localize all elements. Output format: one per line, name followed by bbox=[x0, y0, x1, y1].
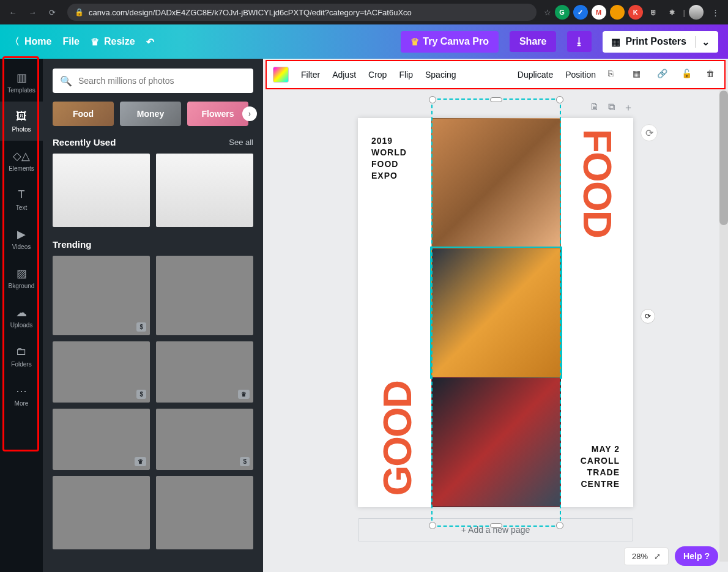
duplicate-page-icon[interactable]: ⧉ bbox=[608, 102, 615, 114]
fullscreen-icon[interactable]: ⤢ bbox=[654, 552, 661, 561]
poster-text-food[interactable]: FOOD bbox=[574, 129, 620, 237]
rail-photos[interactable]: 🖼Photos bbox=[0, 102, 43, 141]
chip-next-button[interactable]: › bbox=[242, 106, 257, 121]
link-icon[interactable]: 🔗 bbox=[657, 69, 669, 81]
chip-food[interactable]: Food bbox=[53, 102, 114, 126]
resize-handle[interactable] bbox=[556, 522, 563, 529]
url-bar[interactable]: 🔒 canva.com/design/DADxE4ZGC8E/k7OJvl-jB… bbox=[67, 4, 537, 21]
poster-text-bottom-right[interactable]: MAY 2 CAROLL TRADE CENTRE bbox=[581, 444, 620, 490]
resize-handle[interactable] bbox=[429, 522, 436, 529]
notes-icon[interactable]: 🗎 bbox=[590, 102, 600, 114]
profile-avatar[interactable] bbox=[689, 5, 704, 20]
url-text: canva.com/design/DADxE4ZGC8E/k7OJvl-jBWI… bbox=[89, 8, 412, 17]
folders-icon: 🗀 bbox=[15, 345, 28, 358]
help-button[interactable]: Help ? bbox=[675, 546, 718, 566]
chevron-down-icon[interactable]: ⌄ bbox=[695, 36, 710, 48]
sync-icon[interactable]: ⟳ bbox=[641, 124, 658, 141]
ext-k-icon[interactable]: K bbox=[628, 5, 643, 20]
home-label: Home bbox=[24, 36, 51, 47]
reload-button[interactable]: ⟳ bbox=[44, 4, 60, 20]
transparency-icon[interactable]: ▦ bbox=[633, 69, 645, 81]
photo-search[interactable]: 🔍 bbox=[53, 69, 253, 93]
star-icon[interactable]: ☆ bbox=[544, 8, 551, 17]
spacing-button[interactable]: Spacing bbox=[425, 70, 456, 80]
filter-button[interactable]: Filter bbox=[301, 70, 320, 80]
poster-text-top-left[interactable]: 2019 WORLD FOOD EXPO bbox=[371, 135, 407, 182]
rail-text[interactable]: TText bbox=[0, 180, 43, 219]
rail-uploads[interactable]: ☁Uploads bbox=[0, 297, 43, 336]
add-page-icon[interactable]: ＋ bbox=[623, 102, 633, 114]
resize-handle[interactable] bbox=[490, 523, 502, 528]
trending-thumb[interactable] bbox=[53, 476, 150, 549]
rail-elements[interactable]: ◇△Elements bbox=[0, 141, 43, 180]
rail-folders[interactable]: 🗀Folders bbox=[0, 336, 43, 376]
browser-menu-icon[interactable]: ⋮ bbox=[707, 4, 723, 20]
ext-orange-icon[interactable] bbox=[610, 5, 625, 20]
stage[interactable]: 🗎 ⧉ ＋ 2019 WORLD FOOD EXPO bbox=[263, 89, 728, 572]
trending-thumb[interactable]: ♛ bbox=[156, 341, 253, 403]
rail-background[interactable]: ▨Bkground bbox=[0, 258, 43, 297]
see-all-link[interactable]: See all bbox=[229, 138, 253, 147]
trending-thumb[interactable]: ♛ bbox=[53, 409, 150, 470]
download-icon: ⭳ bbox=[574, 36, 584, 47]
print-icon: ▦ bbox=[611, 36, 620, 48]
ext-gmail-icon[interactable]: M bbox=[592, 5, 606, 20]
photos-icon: 🖼 bbox=[15, 110, 28, 124]
ext-hub-icon[interactable]: ✱ bbox=[665, 5, 680, 20]
recent-thumb[interactable] bbox=[156, 154, 253, 227]
resize-handle[interactable] bbox=[429, 96, 436, 103]
flip-button[interactable]: Flip bbox=[399, 70, 413, 80]
resize-handle[interactable] bbox=[490, 97, 502, 102]
forward-button[interactable]: → bbox=[24, 4, 40, 20]
ext-grammarly-icon[interactable]: G bbox=[555, 5, 570, 20]
trash-icon[interactable]: 🗑 bbox=[706, 69, 718, 81]
trending-thumb[interactable]: $ bbox=[53, 256, 150, 335]
paid-badge: $ bbox=[240, 457, 250, 466]
scroll-thumb[interactable] bbox=[719, 91, 728, 225]
rotate-handle[interactable]: ⟳ bbox=[641, 309, 655, 324]
poster-text-good[interactable]: GOOD bbox=[375, 381, 420, 496]
undo-button[interactable]: ↶ bbox=[146, 36, 154, 48]
zoom-control[interactable]: 28% ⤢ bbox=[624, 548, 669, 565]
share-button[interactable]: Share bbox=[510, 31, 556, 52]
color-swatch[interactable] bbox=[273, 67, 289, 83]
position-button[interactable]: Position bbox=[565, 70, 596, 80]
copy-style-icon[interactable]: ⎘ bbox=[608, 69, 620, 81]
crop-button[interactable]: Crop bbox=[368, 70, 387, 80]
back-button[interactable]: ← bbox=[5, 4, 21, 20]
recent-thumb[interactable] bbox=[53, 154, 150, 227]
rail-more[interactable]: ⋯More bbox=[0, 376, 43, 415]
download-button[interactable]: ⭳ bbox=[567, 31, 592, 52]
crown-icon: ♛ bbox=[91, 36, 99, 48]
trending-thumb[interactable] bbox=[156, 256, 253, 335]
trending-thumb[interactable]: $ bbox=[53, 341, 150, 403]
adjust-button[interactable]: Adjust bbox=[332, 70, 356, 80]
rail-templates[interactable]: ▥Templates bbox=[0, 62, 43, 102]
rail-videos[interactable]: ▶Videos bbox=[0, 219, 43, 258]
chip-money[interactable]: Money bbox=[120, 102, 181, 126]
trending-grid: $ $ ♛ ♛ $ bbox=[53, 256, 253, 549]
duplicate-button[interactable]: Duplicate bbox=[518, 70, 553, 80]
selection-box[interactable] bbox=[431, 98, 561, 527]
templates-icon: ▥ bbox=[15, 71, 28, 84]
ext-shield-icon[interactable]: ⛨ bbox=[647, 5, 661, 20]
side-rail: ▥Templates 🖼Photos ◇△Elements TText ▶Vid… bbox=[0, 59, 43, 572]
chip-flowers[interactable]: Flowers bbox=[187, 102, 248, 126]
trending-thumb[interactable] bbox=[156, 476, 253, 549]
trending-thumb[interactable]: $ bbox=[156, 409, 253, 470]
ext-check-icon[interactable]: ✓ bbox=[573, 5, 588, 20]
lock-icon[interactable]: 🔓 bbox=[682, 69, 694, 81]
resize-menu[interactable]: ♛ Resize bbox=[91, 36, 135, 48]
chevron-left-icon: 〈 bbox=[10, 35, 20, 48]
help-icon: ? bbox=[704, 551, 710, 561]
home-button[interactable]: 〈 Home bbox=[10, 35, 51, 48]
search-input[interactable] bbox=[78, 76, 246, 86]
vertical-scrollbar[interactable] bbox=[719, 91, 728, 562]
paid-badge: $ bbox=[136, 390, 146, 399]
file-menu[interactable]: File bbox=[62, 36, 80, 47]
print-button[interactable]: ▦ Print Posters ⌄ bbox=[603, 31, 718, 53]
resize-handle[interactable] bbox=[556, 96, 563, 103]
photos-panel: 🔍 Food Money Flowers › Recently Used See… bbox=[43, 59, 263, 572]
try-pro-button[interactable]: ♛ Try Canva Pro bbox=[401, 31, 499, 53]
recently-used-title: Recently Used bbox=[53, 137, 116, 147]
